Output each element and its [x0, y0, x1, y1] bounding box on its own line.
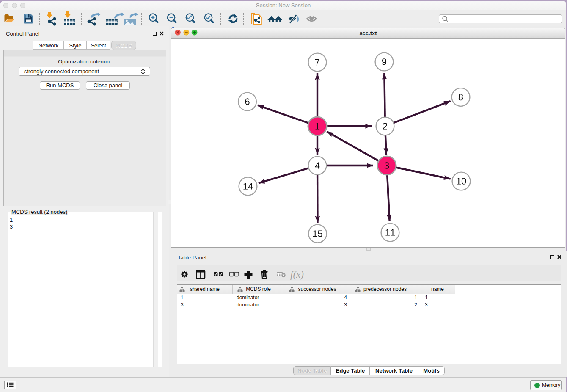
svg-text:f(x): f(x)	[290, 269, 304, 280]
